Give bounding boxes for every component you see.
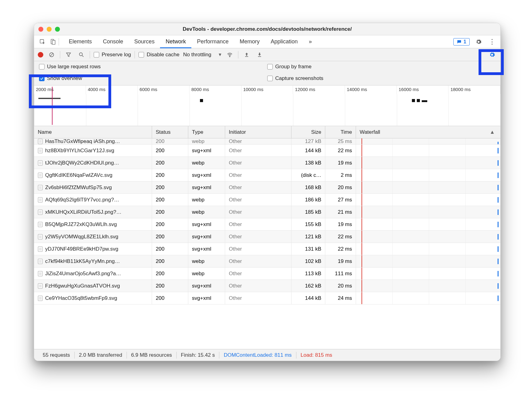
- cell-size: 138 kB: [291, 157, 325, 169]
- table-row[interactable]: y2W5yVOMWqgL8ZE1Lklh.svg 200 svg+xml Oth…: [34, 231, 500, 243]
- cell-size: 131 kB: [291, 243, 325, 255]
- cell-type: svg+xml: [188, 145, 225, 157]
- col-time[interactable]: Time: [325, 126, 356, 138]
- cell-name: y2W5yVOMWqgL8ZE1Lklh.svg: [45, 234, 118, 240]
- cell-type: webp: [188, 194, 225, 206]
- issues-badge[interactable]: 1: [453, 38, 470, 46]
- cell-time: 19 ms: [325, 157, 356, 169]
- cell-size: 155 kB: [291, 218, 325, 230]
- table-row[interactable]: JiZisZ4UmarOjo5cAwf3.png?a… 200 webp Oth…: [34, 268, 500, 280]
- tab-sources[interactable]: Sources: [129, 35, 160, 48]
- table-row[interactable]: HasThu7GxWfipeaq iASh.png… 200 webp Othe…: [34, 138, 500, 145]
- cell-status: 200: [152, 231, 188, 243]
- network-settings-gear-icon[interactable]: [487, 50, 497, 59]
- col-initiator[interactable]: Initiator: [225, 126, 291, 138]
- cell-initiator: Other: [225, 292, 291, 304]
- network-conditions-icon[interactable]: [225, 50, 234, 59]
- tab-application[interactable]: Application: [265, 35, 303, 48]
- svg-line-6: [82, 55, 84, 57]
- group-by-frame-checkbox[interactable]: Group by frame: [267, 64, 495, 70]
- file-icon: [38, 139, 43, 144]
- window-title: DevTools - developer.chrome.com/docs/dev…: [34, 26, 500, 32]
- show-overview-label: Show overview: [47, 75, 82, 81]
- tab-console[interactable]: Console: [97, 35, 129, 48]
- timeline-ticks: 2000 ms 4000 ms 6000 ms 8000 ms 10000 ms…: [34, 85, 500, 94]
- cell-status: 200: [152, 138, 188, 144]
- capture-screenshots-checkbox[interactable]: Capture screenshots: [267, 75, 495, 81]
- cell-size: 144 kB: [291, 145, 325, 157]
- file-icon: [38, 173, 43, 178]
- col-size[interactable]: Size: [291, 126, 325, 138]
- tab-memory[interactable]: Memory: [234, 35, 265, 48]
- cell-status: 200: [152, 292, 188, 304]
- checkbox-icon: [139, 52, 144, 58]
- record-button[interactable]: [38, 52, 43, 58]
- disable-cache-checkbox[interactable]: Disable cache: [139, 52, 179, 58]
- tab-elements[interactable]: Elements: [63, 35, 97, 48]
- file-icon: [38, 283, 43, 289]
- upload-har-icon[interactable]: [242, 50, 251, 59]
- cell-size: 144 kB: [291, 292, 325, 304]
- cell-size: 162 kB: [291, 280, 325, 292]
- window-titlebar: DevTools - developer.chrome.com/docs/dev…: [34, 23, 500, 35]
- table-row[interactable]: AQfq69qS2Ig6lT9Y7vcc.png?… 200 webp Othe…: [34, 194, 500, 206]
- table-row[interactable]: xMKUHQxXLiRDiiUTol5J.png?… 200 webp Othe…: [34, 206, 500, 218]
- close-window-button[interactable]: [38, 27, 43, 32]
- devtools-window: DevTools - developer.chrome.com/docs/dev…: [34, 23, 501, 361]
- file-icon: [38, 296, 43, 301]
- tab-network[interactable]: Network: [160, 35, 191, 48]
- cell-time: 19 ms: [325, 255, 356, 267]
- requests-table: Name Status Type Initiator Size Time Wat…: [34, 126, 500, 349]
- overview-marks: [200, 98, 205, 103]
- filter-icon[interactable]: [64, 50, 73, 59]
- cell-name: FzH6gwuHgXuGnasATVOH.svg: [45, 283, 120, 289]
- cell-time: 20 ms: [325, 280, 356, 292]
- network-settings-panel: Use large request rows Group by frame Sh…: [34, 61, 500, 85]
- device-toolbar-icon[interactable]: [48, 37, 57, 46]
- table-row[interactable]: yDJ70NF49BREe9kHD7pw.svg 200 svg+xml Oth…: [34, 243, 500, 255]
- tick: 2000 ms: [34, 85, 86, 94]
- cell-waterfall: [356, 255, 500, 267]
- cell-initiator: Other: [225, 194, 291, 206]
- throttling-select[interactable]: No throttling ▾: [183, 51, 221, 58]
- table-row[interactable]: FzH6gwuHgXuGnasATVOH.svg 200 svg+xml Oth…: [34, 280, 500, 292]
- col-status[interactable]: Status: [152, 126, 188, 138]
- tab-overflow[interactable]: »: [303, 35, 317, 48]
- cell-name: hz8BXb9YlYLhCGarY12J.svg: [45, 148, 114, 154]
- settings-gear-icon[interactable]: [474, 37, 483, 46]
- more-options-icon[interactable]: ⋮: [487, 37, 497, 46]
- cell-name: c7kf94kHB11kK5AyYyMn.png…: [45, 258, 120, 264]
- table-row[interactable]: hz8BXb9YlYLhCGarY12J.svg 200 svg+xml Oth…: [34, 145, 500, 157]
- svg-point-7: [229, 56, 230, 57]
- col-name[interactable]: Name: [34, 126, 152, 138]
- cell-initiator: Other: [225, 169, 291, 181]
- table-row[interactable]: QgftKdIKE6NqaFwlZAVc.svg 200 svg+xml Oth…: [34, 169, 500, 181]
- show-overview-checkbox[interactable]: Show overview: [39, 75, 267, 81]
- tab-performance[interactable]: Performance: [191, 35, 234, 48]
- minimize-window-button[interactable]: [47, 27, 52, 32]
- cell-type: svg+xml: [188, 231, 225, 243]
- col-type[interactable]: Type: [188, 126, 225, 138]
- search-icon[interactable]: [77, 50, 86, 59]
- large-rows-checkbox[interactable]: Use large request rows: [39, 64, 267, 70]
- table-row[interactable]: Ce9YHacO35q8t5wbmFp9.svg 200 svg+xml Oth…: [34, 292, 500, 304]
- table-row[interactable]: B5QMjpRJZ72xKQ3uWLlh.svg 200 svg+xml Oth…: [34, 218, 500, 231]
- cell-time: 2 ms: [325, 169, 356, 181]
- inspect-element-icon[interactable]: [38, 37, 47, 46]
- cell-type: svg+xml: [188, 280, 225, 292]
- preserve-log-checkbox[interactable]: Preserve log: [94, 52, 131, 58]
- file-icon: [38, 234, 43, 240]
- over-overview-timeline[interactable]: 2000 ms 4000 ms 6000 ms 8000 ms 10000 ms…: [34, 85, 500, 126]
- status-load: Load: 815 ms: [296, 352, 337, 358]
- table-row[interactable]: Zv6sbHi6fZfZMWufSp75.svg 200 svg+xml Oth…: [34, 181, 500, 194]
- table-row[interactable]: c7kf94kHB11kK5AyYyMn.png… 200 webp Other…: [34, 255, 500, 268]
- col-waterfall[interactable]: Waterfall ▲: [356, 126, 500, 138]
- download-har-icon[interactable]: [255, 50, 264, 59]
- cell-size: 102 kB: [291, 255, 325, 267]
- zoom-window-button[interactable]: [55, 27, 60, 32]
- cell-waterfall: [356, 138, 500, 144]
- clear-log-icon[interactable]: [47, 50, 56, 59]
- file-icon: [38, 246, 43, 252]
- file-icon: [38, 185, 43, 190]
- table-row[interactable]: tJOhr2jBQWy2CdKHDlUl.png… 200 webp Other…: [34, 157, 500, 169]
